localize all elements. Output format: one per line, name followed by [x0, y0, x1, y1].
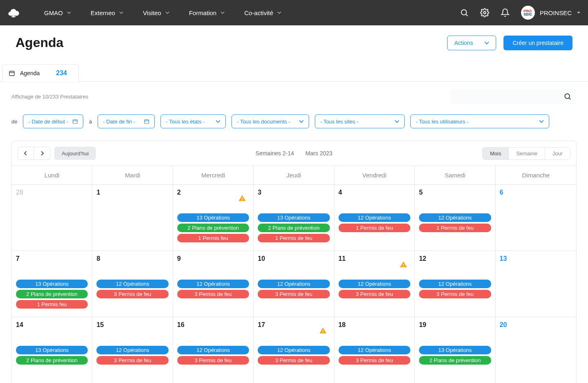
day-cell[interactable]: 1413 Opérations2 Plans de prévention	[12, 317, 92, 383]
page-title: Agenda	[16, 35, 63, 50]
day-cell[interactable]: 13	[496, 251, 576, 317]
weeks-label: Semaines 2-14	[256, 150, 294, 157]
tab-agenda[interactable]: Agenda 234	[2, 64, 79, 82]
next-button[interactable]	[34, 147, 50, 160]
event-pill[interactable]: 12 Opérations	[177, 280, 249, 288]
event-pill[interactable]: 3 Permis de feu	[96, 290, 168, 298]
day-cell[interactable]: 1812 Opérations3 Permis de feu	[334, 317, 415, 383]
day-cell[interactable]: 313 Opérations2 Plans de prévention1 Per…	[254, 185, 334, 251]
filter-end-date[interactable]: - Date de fin -	[98, 114, 155, 128]
svg-rect-16	[242, 199, 243, 200]
day-number: 16	[177, 321, 249, 329]
nav-item-formation[interactable]: Formation	[181, 7, 233, 19]
svg-rect-17	[403, 264, 404, 266]
tab-count: 234	[56, 69, 67, 77]
event-pill[interactable]: 2 Plans de prévention	[16, 290, 88, 298]
filter-start-date[interactable]: - Date de début -	[23, 114, 83, 128]
user-menu[interactable]: PROSEIC PROINSEC	[521, 6, 581, 20]
filter-row: de - Date de début - à - Date de fin - -…	[0, 104, 588, 132]
event-pill[interactable]: 13 Opérations	[177, 213, 249, 222]
day-cell[interactable]: 1612 Opérations3 Permis de feu	[173, 317, 254, 383]
event-pill[interactable]: 3 Permis de feu	[339, 290, 410, 298]
results-bar: Affichage de 10/233 Prestataires	[0, 82, 588, 104]
nav-item-gmao[interactable]: GMAO	[36, 7, 79, 19]
actions-dropdown[interactable]: Actions	[447, 36, 496, 50]
event-pill[interactable]: 12 Opérations	[339, 280, 410, 288]
day-number: 4	[339, 189, 410, 196]
day-number: 13	[500, 255, 572, 262]
event-pill[interactable]: 1 Permis feu	[16, 300, 88, 309]
event-pill[interactable]: 1 Permis de feu	[419, 224, 491, 232]
bell-icon[interactable]	[501, 8, 510, 17]
event-pill[interactable]: 2 Plans de prévention	[177, 224, 249, 232]
day-cell[interactable]: 20	[496, 317, 576, 383]
event-pill[interactable]: 3 Permis de feu	[177, 356, 249, 365]
event-pill[interactable]: 12 Opérations	[339, 346, 410, 354]
day-cell[interactable]: 6	[496, 185, 576, 251]
event-pill[interactable]: 12 Opérations	[419, 280, 491, 288]
event-pill[interactable]: 12 Opérations	[258, 346, 330, 354]
day-cell[interactable]: 213 Opérations2 Plans de prévention1 Per…	[173, 185, 254, 251]
dayhead: Vendredi	[334, 166, 415, 185]
day-number: 9	[177, 255, 249, 262]
nav-item-visiteo[interactable]: Visiteo	[135, 7, 178, 19]
event-pill[interactable]: 3 Permis de feu	[258, 290, 330, 298]
event-pill[interactable]: 12 Opérations	[258, 280, 330, 288]
filter-users[interactable]: - Tous les utilisateurs -	[410, 114, 549, 128]
warning-icon	[238, 195, 246, 202]
day-cell[interactable]: 512 Opérations1 Permis de feu	[415, 185, 495, 251]
event-pill[interactable]: 2 Plans de prévention	[16, 356, 88, 365]
day-cell[interactable]: 1	[92, 185, 173, 251]
event-pill[interactable]: 13 Opérations	[16, 346, 88, 354]
day-cell[interactable]: 1012 Opérations3 Permis de feu	[254, 251, 334, 317]
event-pill[interactable]: 1 Permis feu	[177, 234, 249, 242]
filter-documents[interactable]: - Tous les documents -	[232, 114, 309, 128]
view-semaine[interactable]: Semaine	[508, 148, 544, 159]
event-pill[interactable]: 3 Permis de feu	[96, 356, 168, 365]
day-number: 19	[419, 321, 491, 329]
event-pill[interactable]: 3 Permis de feu	[258, 356, 330, 365]
event-pill[interactable]: 1 Permis de feu	[258, 234, 330, 242]
search-icon[interactable]	[460, 8, 469, 17]
create-prestataire-button[interactable]: Créer un prestataire	[503, 36, 572, 50]
event-pill[interactable]: 12 Opérations	[96, 346, 168, 354]
event-pill[interactable]: 13 Opérations	[419, 346, 491, 354]
view-mois[interactable]: Mois	[483, 148, 508, 159]
filter-states[interactable]: - Tous les états -	[160, 114, 226, 128]
nav-item-co-activité[interactable]: Co-activité	[236, 7, 290, 19]
day-cell[interactable]: 1112 Opérations3 Permis de feu	[334, 251, 415, 317]
event-pill[interactable]: 12 Opérations	[339, 213, 410, 222]
event-pill[interactable]: 12 Opérations	[419, 213, 491, 222]
event-pill[interactable]: 3 Permis de feu	[339, 356, 410, 365]
day-cell[interactable]: 1212 Opérations3 Permis de feu	[415, 251, 495, 317]
event-pill[interactable]: 3 Permis de feu	[177, 290, 249, 298]
event-pill[interactable]: 3 Permis de feu	[419, 290, 491, 298]
dayhead: Samedi	[415, 166, 495, 185]
day-number: 15	[96, 321, 168, 329]
day-cell[interactable]: 412 Opérations1 Permis de feu	[334, 185, 415, 251]
day-cell[interactable]: 28	[12, 185, 92, 251]
event-pill[interactable]: 2 Plans de prévention	[258, 224, 330, 232]
day-number: 18	[339, 321, 410, 329]
dayhead: Dimanche	[496, 166, 576, 185]
nav-item-externeo[interactable]: Externeo	[82, 7, 131, 19]
day-cell[interactable]: 1512 Opérations3 Permis de feu	[92, 317, 173, 383]
event-pill[interactable]: 12 Opérations	[177, 346, 249, 354]
day-cell[interactable]: 1712 Opérations3 Permis de feu	[254, 317, 334, 383]
today-button[interactable]: Aujourd'hui	[54, 147, 96, 160]
prev-button[interactable]	[18, 147, 34, 160]
day-cell[interactable]: 1913 Opérations2 Plans de prévention	[415, 317, 495, 383]
svg-rect-20	[323, 332, 323, 333]
event-pill[interactable]: 2 Plans de prévention	[419, 356, 491, 365]
event-pill[interactable]: 12 Opérations	[96, 280, 168, 288]
event-pill[interactable]: 13 Opérations	[16, 280, 88, 288]
search-input[interactable]	[450, 89, 577, 104]
settings-icon[interactable]	[480, 8, 489, 17]
day-cell[interactable]: 713 Opérations2 Plans de prévention1 Per…	[12, 251, 92, 317]
event-pill[interactable]: 13 Opérations	[258, 213, 330, 222]
view-jour[interactable]: Jour	[545, 148, 570, 159]
filter-sites[interactable]: - Tous les sites -	[315, 114, 405, 128]
day-cell[interactable]: 912 Opérations3 Permis de feu	[173, 251, 254, 317]
day-cell[interactable]: 812 Opérations3 Permis de feu	[92, 251, 173, 317]
event-pill[interactable]: 1 Permis de feu	[339, 224, 410, 232]
